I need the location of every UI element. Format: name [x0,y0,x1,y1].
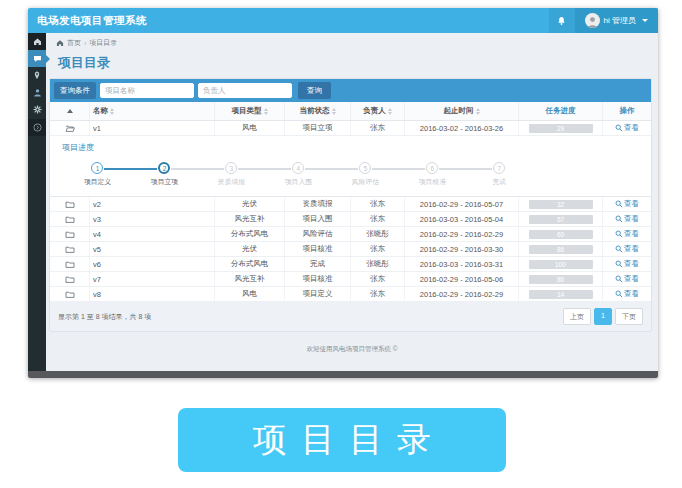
collapse-circle-icon [33,123,42,132]
workflow-step[interactable]: 2 项目立项 [131,162,198,187]
table-row[interactable]: v7 风光互补 项目核准 张东 2016-02-29 - 2016-05-06 … [50,272,651,287]
project-name-input[interactable] [100,83,194,98]
column-progress[interactable]: 任务进度 [519,102,603,120]
table-row[interactable]: v3 风光互补 项目入围 张东 2016-03-03 - 2016-05-04 … [50,212,651,227]
sort-icon [264,108,268,115]
view-button[interactable]: 查看 [615,259,639,269]
row-actions-cell: 查看 [603,212,651,226]
row-name: v2 [90,197,215,211]
row-owner: 张东 [351,272,405,286]
view-button[interactable]: 查看 [615,214,639,224]
sort-icon [332,108,336,115]
step-label: 完成 [493,177,507,187]
row-folder-cell[interactable] [50,242,90,256]
table-row[interactable]: v4 分布式风电 风险评估 张晓彤 2016-02-29 - 2016-02-2… [50,227,651,242]
column-status[interactable]: 当前状态 [285,102,351,120]
row-folder-cell[interactable] [50,272,90,286]
chevron-down-icon [642,19,648,22]
bell-icon [557,16,566,26]
app-window: 电场发电项目管理系统 hi 管理员 [28,8,658,378]
home-icon [56,39,64,47]
folder-closed-icon [65,275,75,284]
row-type: 分布式风电 [215,227,285,241]
table-row[interactable]: v6 分布式风电 完成 张晓彤 2016-03-03 - 2016-03-31 … [50,257,651,272]
folder-closed-icon [65,245,75,254]
row-folder-cell[interactable] [50,257,90,271]
table-row[interactable]: v1 风电 项目立项 张东 2016-03-02 - 2016-03-26 29… [50,121,651,136]
workflow-step[interactable]: 6 项目核准 [399,162,466,187]
row-status: 项目立项 [285,121,351,135]
row-owner: 张东 [351,212,405,226]
folder-closed-icon [65,230,75,239]
view-button[interactable]: 查看 [615,274,639,284]
sidebar-item-map[interactable] [28,67,46,84]
progress-value: 86 [529,245,593,254]
step-circle: 4 [292,162,304,174]
notifications-button[interactable] [549,8,575,33]
project-progress-panel: 项目进度 1 项目定义 2 项目立项 3 资质填报 4 项目入围 5 风险评估 … [50,136,651,197]
row-progress-cell: 14 [519,287,603,301]
workflow-step[interactable]: 7 完成 [466,162,533,187]
avatar [585,13,600,28]
row-actions-cell: 查看 [603,121,651,135]
view-button[interactable]: 查看 [615,244,639,254]
table-header: 名称 项目类型 当前状态 负责人 起止时间 任务进度 操作 [50,102,651,121]
column-type[interactable]: 项目类型 [215,102,285,120]
column-actions: 操作 [603,102,651,120]
workflow-step[interactable]: 5 风险评估 [332,162,399,187]
column-owner[interactable]: 负责人 [351,102,405,120]
row-status: 资质填报 [285,197,351,211]
project-progress-link[interactable]: 项目进度 [50,136,651,162]
sidebar-item-settings[interactable] [28,101,46,118]
sort-asc-icon [67,109,73,113]
comment-icon [33,55,42,63]
row-actions-cell: 查看 [603,242,651,256]
view-button[interactable]: 查看 [615,123,639,133]
breadcrumb-home[interactable]: 首页 [67,38,81,48]
next-page-button[interactable]: 下页 [615,308,643,325]
step-circle: 3 [225,162,237,174]
row-status: 项目入围 [285,212,351,226]
prev-page-button[interactable]: 上页 [563,308,591,325]
step-circle: 6 [426,162,438,174]
column-dates[interactable]: 起止时间 [405,102,519,120]
workflow-step[interactable]: 1 项目定义 [64,162,131,187]
row-folder-cell[interactable] [50,121,90,135]
magnifier-icon [615,124,623,132]
row-progress-cell: 86 [519,242,603,256]
sidebar-collapse-button[interactable] [28,119,46,136]
column-name[interactable]: 名称 [90,102,215,120]
step-circle: 5 [359,162,371,174]
row-actions-cell: 查看 [603,257,651,271]
row-folder-cell[interactable] [50,212,90,226]
page-1-button[interactable]: 1 [594,308,612,325]
row-folder-cell[interactable] [50,227,90,241]
row-owner: 张晓彤 [351,227,405,241]
row-folder-cell[interactable] [50,287,90,301]
sidebar-item-projects[interactable] [28,50,46,67]
window-bottom-bar [28,371,658,378]
view-button[interactable]: 查看 [615,289,639,299]
row-status: 风险评估 [285,227,351,241]
table-row[interactable]: v2 光伏 资质填报 张东 2016-02-29 - 2016-05-07 32… [50,197,651,212]
view-button[interactable]: 查看 [615,199,639,209]
workflow-step[interactable]: 4 项目入围 [265,162,332,187]
search-button[interactable]: 查询 [298,82,331,99]
user-menu[interactable]: hi 管理员 [575,8,658,33]
workflow-step[interactable]: 3 资质填报 [198,162,265,187]
table-row[interactable]: v5 光伏 项目核准 张东 2016-02-29 - 2016-03-30 86… [50,242,651,257]
results-summary: 显示第 1 至 8 项结果，共 8 项 [58,312,151,322]
sidebar-item-home[interactable] [28,33,46,50]
owner-input[interactable] [198,83,292,98]
progress-bar: 60 [529,230,593,239]
view-button[interactable]: 查看 [615,229,639,239]
table-row[interactable]: v8 风电 项目定义 张东 2016-02-29 - 2016-02-29 14… [50,287,651,302]
row-folder-cell[interactable] [50,197,90,211]
row-type: 风电 [215,121,285,135]
step-label: 项目立项 [151,177,178,187]
sidebar-item-users[interactable] [28,84,46,101]
row-name: v7 [90,272,215,286]
row-status: 项目定义 [285,287,351,301]
column-sort-indicator[interactable] [50,102,90,120]
row-progress-cell: 100 [519,257,603,271]
